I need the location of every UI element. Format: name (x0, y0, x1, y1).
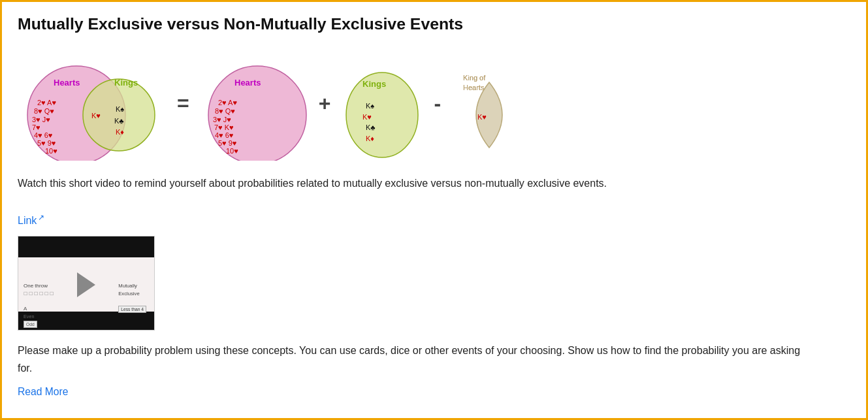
video-inner-text: One throw ☐ ☐ ☐ ☐ ☐ ☐ A Even Odd (24, 282, 54, 329)
video-body: One throw ☐ ☐ ☐ ☐ ☐ ☐ A Even Odd Mutuall… (18, 257, 154, 312)
svg-text:Hearts: Hearts (234, 78, 261, 88)
venn-kings: Kings K♠ K♥ K♣ K♦ (340, 46, 425, 161)
external-link-icon: ↗ (38, 213, 44, 222)
kings-label-1: Kings (114, 78, 138, 88)
venn-hearts: Hearts 2♥ A♥ 8♥ Q♥ 3♥ J♥ 7♥ K♥ 4♥ 6♥ 5♥ … (199, 46, 310, 161)
svg-text:5♥  9♥: 5♥ 9♥ (37, 139, 56, 147)
minus-operator: - (434, 91, 441, 116)
svg-text:K♦: K♦ (116, 128, 124, 136)
svg-text:K♥: K♥ (362, 113, 372, 121)
venn-king-of-hearts: King of Hearts King of Hearts K♥ (450, 46, 528, 161)
svg-text:K♣: K♣ (114, 117, 124, 125)
read-more-label: Read More (18, 386, 69, 397)
video-play-button[interactable] (77, 272, 102, 297)
svg-text:10♥: 10♥ (226, 147, 238, 155)
svg-text:3♥   J♥: 3♥ J♥ (213, 116, 231, 123)
venn-diagram-area: Hearts Kings 2♥ A♥ 8♥ Q♥ 3♥ J♥ 7♥ 4♥ 6♥ … (18, 46, 850, 161)
description-text: Watch this short video to remind yoursel… (18, 175, 801, 192)
svg-text:4♥ 6♥: 4♥ 6♥ (34, 131, 52, 139)
svg-text:Hearts: Hearts (463, 84, 485, 91)
problem-text: Please make up a probability problem usi… (18, 342, 801, 377)
read-more-link[interactable]: Read More (18, 386, 69, 397)
venn-combined: Hearts Kings 2♥ A♥ 8♥ Q♥ 3♥ J♥ 7♥ 4♥ 6♥ … (18, 46, 168, 161)
svg-text:5♥  9♥: 5♥ 9♥ (218, 139, 236, 147)
page-title: Mutually Exclusive versus Non-Mutually E… (18, 14, 850, 35)
svg-text:K♠: K♠ (366, 102, 374, 110)
resource-link[interactable]: Link↗ (18, 215, 44, 226)
page-wrapper: Mutually Exclusive versus Non-Mutually E… (0, 0, 868, 420)
svg-text:K♥: K♥ (477, 113, 487, 121)
video-topbar (18, 236, 154, 257)
svg-text:Kings: Kings (362, 79, 386, 89)
svg-text:2♥ A♥: 2♥ A♥ (218, 99, 237, 106)
svg-text:4♥ 6♥: 4♥ 6♥ (215, 131, 233, 139)
equals-operator: = (177, 91, 189, 116)
svg-text:7♥  K♥: 7♥ K♥ (214, 123, 234, 131)
link-label: Link (18, 215, 37, 226)
svg-text:K♥: K♥ (91, 112, 101, 120)
video-thumbnail[interactable]: One throw ☐ ☐ ☐ ☐ ☐ ☐ A Even Odd Mutuall… (18, 236, 155, 331)
svg-text:King of: King of (463, 74, 486, 82)
svg-text:K♦: K♦ (366, 135, 374, 142)
svg-text:10♥: 10♥ (45, 147, 57, 155)
svg-text:8♥  Q♥: 8♥ Q♥ (215, 107, 235, 115)
svg-text:3♥   J♥: 3♥ J♥ (32, 116, 50, 123)
svg-text:7♥: 7♥ (32, 123, 40, 131)
svg-text:K♣: K♣ (366, 123, 376, 131)
video-inner-right: Mutually Exclusive Less than 4 (118, 282, 146, 314)
hearts-label-1: Hearts (54, 78, 80, 88)
plus-operator: + (319, 91, 331, 116)
svg-text:8♥  Q♥: 8♥ Q♥ (34, 107, 54, 115)
svg-text:2♥ A♥: 2♥ A♥ (37, 99, 56, 106)
link-area: Link↗ (18, 213, 850, 227)
svg-text:K♠: K♠ (116, 105, 124, 113)
